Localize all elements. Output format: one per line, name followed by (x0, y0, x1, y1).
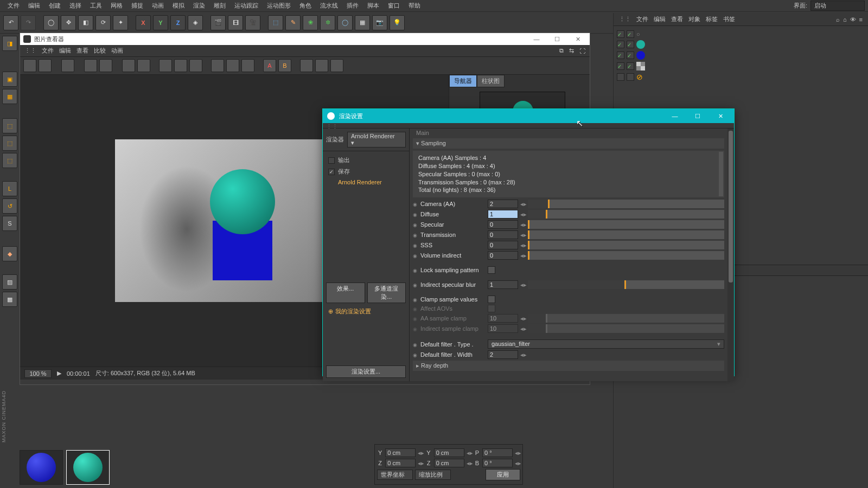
dlg-close-button[interactable]: ✕ (711, 109, 730, 123)
rotate-tool[interactable]: ⟳ (95, 15, 111, 30)
pv-layer1-icon[interactable] (122, 59, 135, 72)
pv-fullscreen-icon[interactable]: ⛶ (579, 48, 585, 54)
sampling-section-header[interactable]: Sampling (413, 138, 724, 149)
raydepth-section-header[interactable]: Ray depth (413, 361, 724, 371)
pv-tile3-icon[interactable] (189, 59, 202, 72)
pv-menu-file[interactable]: 文件 (42, 47, 54, 55)
menu-extensions[interactable]: 插件 (342, 1, 363, 11)
pv-nav1-icon[interactable] (300, 59, 313, 72)
objmgr-tab-objects[interactable]: 对象 (688, 15, 700, 23)
menu-animate[interactable]: 动画 (148, 1, 168, 11)
render-settings-button[interactable]: 🎥 (245, 15, 260, 30)
points-mode[interactable]: ⬚ (2, 118, 17, 133)
coord-scalemode-select[interactable]: 缩放比例 (415, 470, 451, 480)
menu-mesh[interactable]: 网格 (106, 1, 127, 11)
menu-mograph[interactable]: 运动图形 (263, 1, 295, 11)
menu-snap[interactable]: 捕捉 (127, 1, 148, 11)
filter-width-input[interactable] (488, 350, 518, 359)
pv-menu-anim[interactable]: 动画 (111, 47, 123, 55)
pv-channel-icon[interactable] (84, 59, 97, 72)
dlg-renderer-select[interactable]: Arnold Renderer ▾ (347, 132, 406, 147)
pv-ab1-icon[interactable] (211, 59, 224, 72)
sss-slider[interactable] (528, 241, 724, 249)
objmgr-tab-tags[interactable]: 标签 (706, 15, 718, 23)
axis-y-toggle[interactable]: Y (153, 15, 168, 30)
sss-input[interactable] (488, 241, 518, 249)
dlg-item-save[interactable]: 保存 (326, 166, 406, 177)
pv-open-icon[interactable] (23, 59, 36, 72)
objmgr-tab-file[interactable]: 文件 (636, 15, 648, 23)
dlg-minimize-button[interactable]: — (666, 109, 684, 123)
dlg-scrollbar[interactable] (727, 129, 734, 381)
dlg-effect-button[interactable]: 效果... (326, 282, 365, 303)
make-editable[interactable]: ◨ (2, 36, 17, 51)
isblur-input[interactable] (488, 280, 518, 289)
pv-grip-icon[interactable]: ⋮⋮ (24, 47, 36, 54)
menu-script[interactable]: 脚本 (363, 1, 384, 11)
transmission-input[interactable] (488, 230, 518, 239)
redo-button[interactable]: ↷ (21, 15, 36, 30)
camera-aa-input[interactable] (488, 200, 518, 208)
object-row-floor[interactable] (617, 61, 865, 72)
coord-p-input[interactable] (482, 448, 513, 457)
texture-mode[interactable]: ▦ (2, 89, 17, 104)
scale-tool[interactable]: ◧ (78, 15, 93, 30)
search-icon[interactable]: ⌕ (836, 16, 840, 23)
pv-histogram-tab[interactable]: 柱状图 (477, 75, 505, 87)
pv-menu-edit[interactable]: 编辑 (59, 47, 71, 55)
object-row-cube[interactable] (617, 50, 865, 61)
coord-system-toggle[interactable]: ◈ (188, 15, 203, 30)
menu-render[interactable]: 渲染 (189, 1, 209, 11)
coord-apply-button[interactable]: 应用 (486, 469, 520, 480)
dlg-titlebar[interactable]: 渲染设置 — ☐ ✕ (323, 109, 734, 123)
pv-tile1-icon[interactable] (159, 59, 172, 72)
workplane-mode[interactable]: ↺ (2, 198, 17, 214)
menu-character[interactable]: 角色 (295, 1, 316, 11)
dlg-grip-icon[interactable]: ⋮⋮ (323, 123, 734, 129)
pv-ab3-icon[interactable] (241, 59, 254, 72)
pv-tile2-icon[interactable] (174, 59, 187, 72)
object-row-arnold[interactable]: ○ (617, 29, 865, 39)
render-view-button[interactable]: 🎬 (210, 15, 226, 30)
edges-mode[interactable]: ⬚ (2, 136, 17, 151)
objmgr-tab-edit[interactable]: 编辑 (654, 15, 666, 23)
dlg-render-settings-button[interactable]: 渲染设置... (326, 365, 406, 378)
menu-edit[interactable]: 编辑 (24, 1, 44, 11)
snap-toggle[interactable]: S (2, 216, 17, 231)
pv-layer2-icon[interactable] (137, 59, 150, 72)
filter-type-select[interactable]: gaussian_filter▾ (488, 339, 724, 349)
pv-navigator-tab[interactable]: 导航器 (449, 75, 477, 87)
interface-select[interactable]: 启动 (810, 1, 865, 11)
object-row-light[interactable]: ⊘ (617, 72, 865, 82)
pv-play-icon[interactable]: ▶ (57, 370, 61, 377)
pv-ab2-icon[interactable] (226, 59, 239, 72)
material-swatch-teal[interactable] (66, 450, 110, 485)
pv-ab-icon[interactable]: ⇆ (569, 47, 574, 54)
viewport-solo[interactable]: ◆ (2, 246, 17, 261)
planar-workplane[interactable]: ▩ (2, 292, 17, 307)
dlg-item-output[interactable]: 输出 (326, 155, 406, 166)
objmgr-tab-view[interactable]: 查看 (671, 15, 683, 23)
volume-indirect-slider[interactable] (528, 251, 724, 260)
isblur-slider[interactable] (528, 280, 724, 289)
home-icon[interactable]: ⌂ (843, 16, 847, 23)
specular-slider[interactable] (528, 220, 724, 229)
pv-zoom-input[interactable] (24, 369, 52, 378)
menu-help[interactable]: 帮助 (404, 1, 425, 11)
specular-input[interactable] (488, 220, 518, 229)
deformer-button[interactable]: ✲ (320, 15, 335, 30)
locked-workplane[interactable]: ▨ (2, 274, 17, 290)
axis-x-toggle[interactable]: X (136, 15, 151, 30)
object-tree[interactable]: ○ ⊘ (614, 26, 868, 86)
diffuse-slider[interactable] (528, 210, 724, 219)
pv-menu-view[interactable]: 查看 (76, 47, 88, 55)
coord-y2-input[interactable] (434, 448, 464, 457)
menu-file[interactable]: 文件 (3, 1, 24, 11)
coord-y-input[interactable] (385, 448, 416, 457)
live-select-tool[interactable]: ◯ (43, 15, 59, 30)
menu-window[interactable]: 窗口 (384, 1, 404, 11)
axis-z-toggle[interactable]: Z (170, 15, 186, 30)
menu-pipeline[interactable]: 流水线 (316, 1, 342, 11)
list-icon[interactable]: ≡ (859, 16, 863, 23)
move-tool[interactable]: ✥ (61, 15, 76, 30)
